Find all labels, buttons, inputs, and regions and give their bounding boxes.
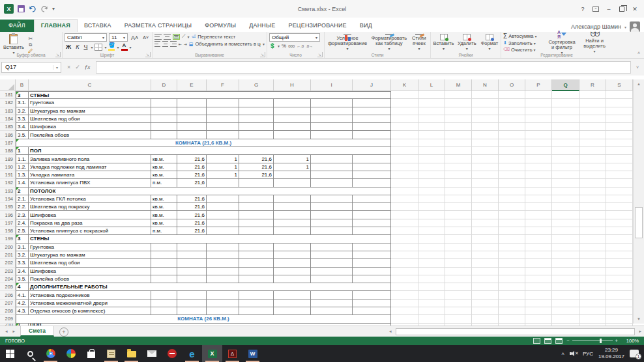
cell-I200[interactable]	[311, 244, 353, 251]
cell-B197[interactable]: 2.4.	[16, 219, 29, 227]
tray-expand-icon[interactable]: ˄	[561, 351, 564, 357]
cell-R193[interactable]	[579, 188, 606, 195]
align-middle-icon[interactable]	[164, 34, 171, 40]
cell-G207[interactable]	[239, 299, 274, 307]
cell-L198[interactable]	[418, 227, 445, 235]
cell-N199[interactable]	[472, 235, 499, 243]
cell-section-title[interactable]: ДОПОЛНИТЕЛЬНЫЕ РАБОТЫ	[29, 283, 391, 291]
comma-style-icon[interactable]: 000	[288, 44, 295, 48]
cell-H196[interactable]	[274, 211, 311, 219]
cell-P195[interactable]	[525, 203, 552, 211]
row-header-184[interactable]: 184	[0, 115, 16, 123]
cell-F190[interactable]: 1	[207, 163, 239, 171]
column-header-P[interactable]: P	[525, 79, 552, 91]
cell-C191[interactable]: Укладка ламината	[29, 171, 151, 179]
cell-S193[interactable]	[606, 188, 633, 195]
cell-L205[interactable]	[418, 283, 445, 291]
cell-Q200[interactable]	[552, 244, 579, 251]
cell-O193[interactable]	[499, 188, 525, 195]
cell-N205[interactable]	[472, 283, 499, 291]
cell-L191[interactable]	[418, 171, 445, 179]
cell-J185[interactable]	[353, 123, 391, 131]
cell-O182[interactable]	[499, 99, 525, 107]
cell-N181[interactable]	[472, 91, 499, 99]
cell-O195[interactable]	[499, 203, 525, 211]
row-header-207[interactable]: 207	[0, 299, 16, 307]
cell-R196[interactable]	[579, 211, 606, 219]
cell-D204[interactable]	[151, 275, 177, 283]
cell-H202[interactable]	[274, 259, 311, 267]
cell-H204[interactable]	[274, 275, 311, 283]
row-header-206[interactable]: 206	[0, 291, 16, 299]
cell-B203[interactable]: 3.4.	[16, 268, 29, 275]
cell-N190[interactable]	[472, 163, 499, 171]
cell-Q196[interactable]	[552, 211, 579, 219]
zoom-out-icon[interactable]: −	[566, 338, 569, 344]
cell-K201[interactable]	[391, 251, 418, 259]
cell-M201[interactable]	[445, 251, 472, 259]
cell-N185[interactable]	[472, 123, 499, 131]
cell-M208[interactable]	[445, 307, 472, 315]
cell-D196[interactable]: кв.м.	[151, 211, 177, 219]
cell-N188[interactable]	[472, 147, 499, 155]
cell-I194[interactable]	[311, 195, 353, 203]
cell-G183[interactable]	[239, 107, 274, 115]
cell-R206[interactable]	[579, 291, 606, 299]
cell-J208[interactable]	[353, 307, 391, 315]
zoom-in-icon[interactable]: +	[615, 338, 618, 344]
cell-K183[interactable]	[391, 107, 418, 115]
cell-L181[interactable]	[418, 91, 445, 99]
cell-E197[interactable]: 21,6	[177, 219, 207, 227]
cell-F201[interactable]	[207, 251, 239, 259]
cell-section-number[interactable]: 2	[16, 188, 29, 195]
cell-G185[interactable]	[239, 123, 274, 131]
volume-muted-icon[interactable]: ✕	[570, 350, 578, 357]
cell-K193[interactable]	[391, 188, 418, 195]
cell-D203[interactable]	[151, 268, 177, 275]
cell-Q198[interactable]	[552, 227, 579, 235]
column-header-J[interactable]: J	[353, 79, 391, 91]
cell-Q188[interactable]	[552, 147, 579, 155]
cell-H184[interactable]	[274, 115, 311, 123]
cell-O201[interactable]	[499, 251, 525, 259]
cell-H206[interactable]	[274, 291, 311, 299]
taskbar-notes-icon[interactable]	[101, 345, 121, 362]
cell-J191[interactable]	[353, 171, 391, 179]
cell-N201[interactable]	[472, 251, 499, 259]
cell-I185[interactable]	[311, 123, 353, 131]
cell-H190[interactable]: 1	[274, 163, 311, 171]
cell-F185[interactable]	[207, 123, 239, 131]
cell-K182[interactable]	[391, 99, 418, 107]
cell-C190[interactable]: Укладка подложки под ламинат	[29, 163, 151, 171]
cell-P197[interactable]	[525, 219, 552, 227]
cell-J198[interactable]	[353, 227, 391, 235]
column-header-E[interactable]: E	[177, 79, 207, 91]
clock[interactable]: 23:29 19.09.2017	[598, 347, 624, 360]
borders-icon[interactable]	[95, 44, 102, 51]
cell-Q205[interactable]	[552, 283, 579, 291]
cell-R190[interactable]	[579, 163, 606, 171]
cell-N197[interactable]	[472, 219, 499, 227]
taskbar-acrobat-icon[interactable]: Δ	[222, 345, 242, 362]
cell-P189[interactable]	[525, 155, 552, 163]
cell-N186[interactable]	[472, 131, 499, 139]
cell-M189[interactable]	[445, 155, 472, 163]
tab-вид[interactable]: ВИД	[353, 20, 379, 32]
align-left-icon[interactable]	[154, 41, 160, 47]
cell-C203[interactable]: Шлифовка	[29, 268, 151, 275]
cell-S185[interactable]	[606, 123, 633, 131]
row-header-194[interactable]: 194	[0, 195, 16, 203]
cell-O202[interactable]	[499, 259, 525, 267]
cell-F184[interactable]	[207, 115, 239, 123]
row-header-196[interactable]: 196	[0, 211, 16, 219]
cell-E195[interactable]: 21,6	[177, 203, 207, 211]
format-cells-button[interactable]: Формат▾	[480, 33, 500, 51]
cell-S202[interactable]	[606, 259, 633, 267]
zoom-level[interactable]: 100%	[622, 338, 639, 344]
cell-M193[interactable]	[445, 188, 472, 195]
enter-entry-icon[interactable]: ✓	[75, 64, 80, 70]
cell-Q182[interactable]	[552, 99, 579, 107]
cell-D202[interactable]	[151, 259, 177, 267]
cell-O200[interactable]	[499, 244, 525, 251]
cell-J183[interactable]	[353, 107, 391, 115]
